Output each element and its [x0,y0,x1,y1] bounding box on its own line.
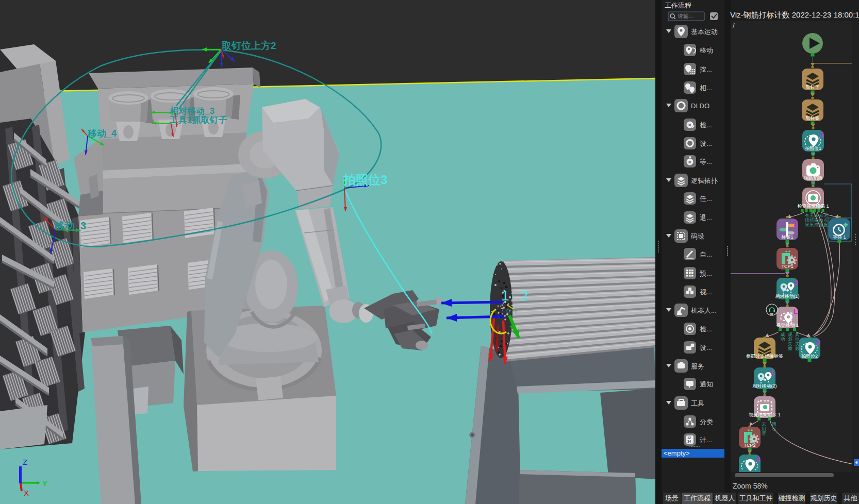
svg-text:Zoom 58%: Zoom 58% [733,482,768,490]
svg-text:L: L [794,307,798,315]
svg-text:根据分支焊接标签: 根据分支焊接标签 [746,354,783,359]
svg-text:相对移动(2): 相对移动(2) [753,383,777,389]
svg-text:视觉结果用尽 1: 视觉结果用尽 1 [749,412,781,417]
svg-text:检查视觉结果 1: 检查视觉结果 1 [797,204,829,209]
svg-text:L: L [771,368,775,376]
svg-text:有结果: 有结果 [805,213,810,227]
svg-text:J: J [816,338,820,346]
svg-text:规划失败: 规划失败 [788,332,792,351]
svg-text:成功: 成功 [780,332,785,342]
svg-text:J: J [794,278,798,287]
svg-text:无点反: 无点反 [823,213,828,227]
svg-text:钢筋拍照: 钢筋拍照 [804,175,822,180]
svg-text:Viz-钢筋打标计数 2022-12-23 18:00:10: Viz-钢筋打标计数 2022-12-23 18:00:10 [730,10,859,19]
svg-text:无结果: 无结果 [810,213,814,227]
svg-text:1: 1 [794,219,798,227]
svg-text:拍照位2: 拍照位2 [801,354,818,359]
svg-text:拍照位1: 拍照位1 [805,146,821,151]
svg-text:视觉移动 1: 视觉移动 1 [776,323,799,328]
svg-text:DI: DI [770,312,773,316]
svg-text:J: J [819,130,823,139]
svg-text:标签1: 标签1 [781,234,793,240]
svg-text:取标签: 取标签 [806,115,820,121]
svg-text:/: / [733,22,735,29]
svg-text:等待 1: 等待 1 [833,234,846,240]
svg-text:TCP2: TCP2 [744,443,755,448]
svg-text:取钉子: 取钉子 [806,85,820,90]
svg-text:相对移动(1): 相对移动(1) [775,294,800,299]
svg-text:TCP1: TCP1 [781,264,793,269]
svg-text:J: J [756,455,760,463]
svg-text:未用尽: 未用尽 [762,422,766,436]
